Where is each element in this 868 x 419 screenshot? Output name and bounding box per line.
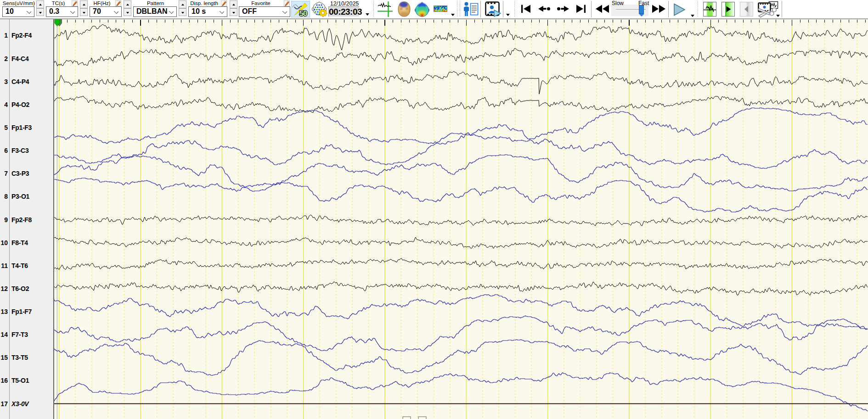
svg-text:50: 50 <box>299 9 307 17</box>
